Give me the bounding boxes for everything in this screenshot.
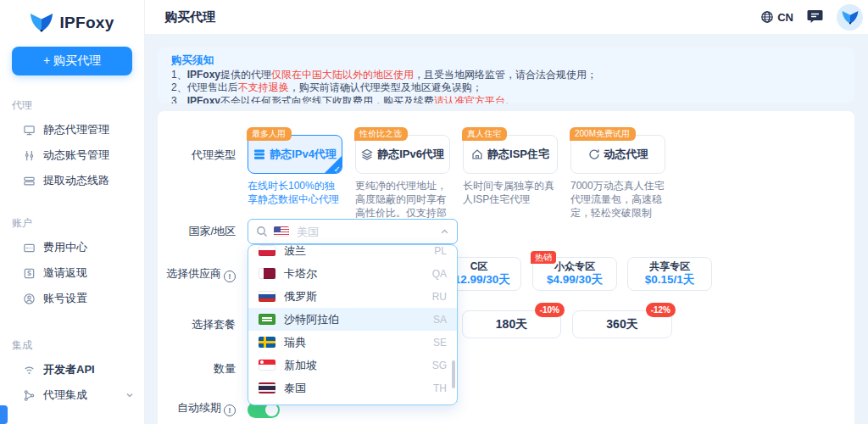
auto-renew-row: 自动续期!: [164, 399, 248, 416]
supplier-label: 选择供应商!: [164, 257, 236, 291]
country-option-partial[interactable]: [248, 399, 457, 405]
country-dropdown: 波兰 PL 卡塔尔 QA 俄罗斯 RU 沙特阿拉伯 SA 瑞典 SE: [248, 244, 458, 405]
quantity-label: 数量: [164, 360, 236, 377]
sidebar-item-label: 静态代理管理: [43, 122, 109, 137]
sidebar-item-extract-lines[interactable]: 提取动态线路: [0, 168, 144, 193]
sidebar-item-account-settings[interactable]: 账号设置: [0, 286, 144, 311]
app-logo-text: IPFoxy: [59, 14, 114, 32]
country-option-singapore[interactable]: 新加坡 SG: [248, 354, 457, 377]
supplier-price: $0.15/1天: [645, 274, 695, 287]
quantity-row: 数量: [164, 360, 248, 377]
plan-card-180[interactable]: 180天 -10%: [462, 310, 561, 338]
country-option-russia[interactable]: 俄罗斯 RU: [248, 285, 457, 308]
app-logo: IPFoxy: [0, 0, 144, 32]
sidebar-item-proxy-integration[interactable]: 代理集成: [0, 382, 144, 408]
supplier-name: C区: [470, 261, 488, 272]
toggle-knob: [265, 404, 278, 416]
card-badge: 最多人用: [247, 127, 292, 141]
supplier-card-shared[interactable]: 共享专区 $0.15/1天: [627, 257, 712, 291]
fox-logo-icon: [30, 13, 53, 32]
topbar-actions: CN: [760, 4, 863, 31]
notice-title: 购买须知: [171, 53, 841, 67]
chevron-down-icon: [125, 389, 134, 402]
plan-card-360[interactable]: 360天 -12%: [572, 310, 672, 338]
singapore-flag-icon: [259, 360, 275, 371]
notice-line-2: 2、代理售出后不支持退换，购买前请确认代理类型及地区避免误购；: [171, 81, 841, 94]
topbar: 购买代理 CN: [144, 0, 868, 34]
sidebar-item-developer-api[interactable]: 开发者API: [0, 357, 144, 382]
purchase-form-panel: 代理类型 最多人用 静态IPv4代理 ✓ 在线时长100%的独享静态数据中心代理…: [158, 111, 854, 424]
check-icon: ✓: [334, 165, 341, 174]
card-badge: 真人住宅: [462, 127, 507, 141]
nav-section-account: 账户 费用中心 邀请返现 账号设置: [0, 216, 144, 311]
us-flag-icon: [274, 226, 289, 237]
sidebar-item-label: 代理集成: [43, 388, 87, 403]
country-row: 国家/地区: [164, 219, 458, 244]
server-stack-icon: [253, 148, 265, 160]
notice-line-3: 3、IPFoxy不会以任何形式向您线下收取费用，购买及续费请认准官方平台。: [171, 95, 841, 103]
card-title: 静态ISP住宅: [487, 147, 549, 162]
cashback-icon: [22, 266, 36, 280]
nav-section-title: 集成: [0, 338, 144, 353]
proxy-type-card-isp[interactable]: 真人住宅 静态ISP住宅 长时间专属独享的真人ISP住宅代理: [463, 135, 558, 234]
card-description: 7000万动态真人住宅代理流量包，高速稳定，轻松突破限制: [570, 179, 665, 220]
monitor-icon: [22, 123, 36, 137]
account-icon: [22, 292, 36, 305]
main-content: 购买须知 1、IPFoxy提供的代理仅限在中国大陆以外的地区使用，且受当地网络监…: [144, 34, 868, 424]
support-chat-icon[interactable]: [807, 9, 823, 25]
language-switcher[interactable]: CN: [760, 10, 793, 24]
proxy-type-card-dynamic[interactable]: 200M免费试用 动态代理 7000万动态真人住宅代理流量包，高速稳定，轻松突破…: [570, 135, 665, 234]
refresh-icon: [588, 148, 600, 160]
country-option-qatar[interactable]: 卡塔尔 QA: [248, 262, 457, 285]
avatar[interactable]: [837, 4, 863, 31]
sidebar-item-dynamic-account[interactable]: 动态账号管理: [0, 142, 144, 168]
sidebar-item-billing[interactable]: 费用中心: [0, 235, 144, 260]
card-badge: 性价比之选: [354, 127, 408, 141]
thailand-flag-icon: [259, 382, 275, 393]
discount-badge: -10%: [535, 303, 565, 317]
sidebar-item-cashback[interactable]: 邀请返现: [0, 260, 144, 286]
country-option-thailand[interactable]: 泰国 TH: [248, 377, 457, 399]
sidebar-item-static-proxy[interactable]: 静态代理管理: [0, 117, 144, 142]
discount-badge: -12%: [646, 303, 676, 317]
server-rows-icon: [22, 174, 36, 187]
russia-flag-icon: [259, 291, 275, 302]
sidebar: IPFoxy + 购买代理 代理 静态代理管理 动态账号管理 提取动态线路 账户…: [0, 0, 145, 424]
sidebar-item-label: 账号设置: [43, 291, 87, 306]
country-label: 国家/地区: [164, 219, 236, 244]
globe-icon: [760, 10, 774, 24]
sidebar-item-label: 费用中心: [43, 240, 87, 255]
plan-name: 180天: [496, 317, 527, 332]
country-option-sweden[interactable]: 瑞典 SE: [248, 331, 457, 354]
card-title: 静态IPv6代理: [377, 147, 444, 162]
country-option-poland[interactable]: 波兰 PL: [248, 244, 457, 262]
plan-label: 选择套餐: [164, 310, 236, 338]
card-title: 动态代理: [604, 147, 648, 162]
country-option-saudi-arabia[interactable]: 沙特阿拉伯 SA: [248, 308, 457, 331]
nav-section-title: 代理: [0, 98, 144, 113]
plan-name: 360天: [606, 317, 637, 332]
saudi-arabia-flag-icon: [259, 314, 275, 325]
supplier-price: $4.99/30天: [547, 274, 603, 287]
api-icon: [22, 363, 36, 377]
country-search-input[interactable]: [295, 225, 434, 239]
supplier-card-niche[interactable]: 热销 小众专区 $4.99/30天: [532, 257, 617, 291]
card-description: 在线时长100%的独享静态数据中心代理: [248, 179, 342, 206]
search-icon: [256, 226, 268, 237]
purchase-notice: 购买须知 1、IPFoxy提供的代理仅限在中国大陆以外的地区使用，且受当地网络监…: [158, 47, 854, 103]
hot-badge: 热销: [531, 251, 556, 264]
info-icon[interactable]: !: [224, 271, 236, 282]
info-icon[interactable]: !: [224, 404, 236, 416]
sidebar-item-label: 提取动态线路: [43, 173, 109, 188]
buy-proxy-button[interactable]: + 购买代理: [12, 47, 132, 75]
auto-renew-label: 自动续期!: [164, 399, 236, 416]
billing-card-icon: [22, 241, 36, 254]
country-select[interactable]: [248, 219, 458, 244]
sliders-icon: [22, 148, 36, 162]
card-badge: 200M免费试用: [570, 127, 636, 141]
sidebar-item-label: 动态账号管理: [43, 148, 109, 163]
proxy-type-label: 代理类型: [164, 135, 236, 163]
supplier-name: 小众专区: [554, 261, 595, 272]
chat-widget-edge[interactable]: [0, 405, 8, 424]
dropdown-scrollbar[interactable]: [452, 360, 455, 388]
